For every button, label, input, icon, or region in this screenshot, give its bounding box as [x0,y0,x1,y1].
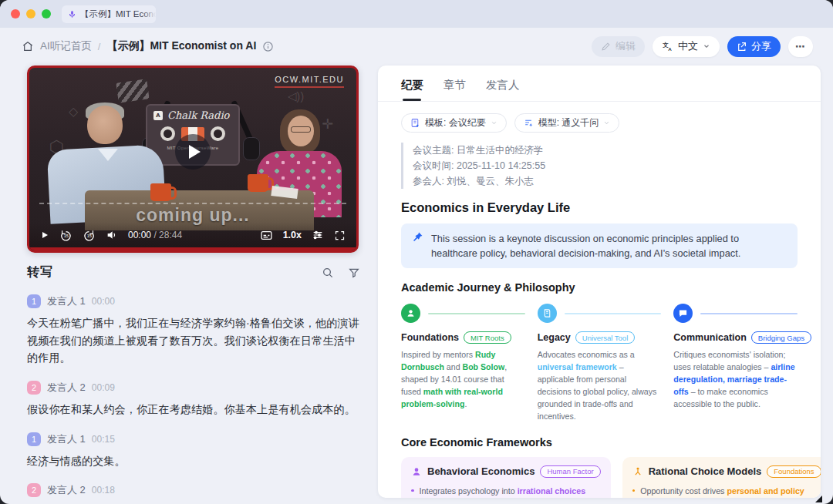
filter-icon[interactable] [348,267,360,279]
microphone-icon [68,10,76,18]
journey-item-badge: MIT Roots [464,331,511,344]
summary-callout: This session is a keynote discussion on … [401,223,798,268]
more-icon: ⋯ [795,41,806,52]
model-selector[interactable]: 模型: 通义千问 [514,113,620,133]
transcript-title: 转写 [27,264,53,281]
language-selector[interactable]: 文A 中文 [653,36,720,57]
transcript-section: 转写 1 发言人 1 00:00 今天在粉笔广播中，我们正在与经济学家约翰·格鲁… [27,264,360,504]
info-icon[interactable] [262,41,274,52]
titlebar: 【示例】MIT Econo [0,0,833,28]
summary-panel: 纪要 章节 发言人 模板: 会议纪要 模型: 通义千问 [378,66,821,498]
edit-button-label: 编辑 [615,39,636,53]
transcript-entry[interactable]: 2 发言人 2 00:09 假设你在和某人约会，你正在考虑结婚。你基本上是有机会… [27,381,360,418]
entry-timestamp: 00:09 [92,382,115,393]
chat-bubble-icon [673,304,693,323]
svg-text:15: 15 [87,234,92,238]
card-title: Rational Choice Models [649,465,762,477]
speaker-name: 发言人 1 [47,432,86,446]
bullet-text: Opportunity cost drives personal and pol… [640,485,821,498]
card-badge: Human Factor [540,465,600,478]
play-overlay-button[interactable] [175,134,211,170]
meeting-topic: 会议主题: 日常生活中的经济学 [413,143,798,158]
timeline-line [428,313,525,314]
share-button-label: 分享 [751,39,771,53]
volume-button[interactable] [106,229,118,241]
entry-timestamp: 00:00 [92,296,115,307]
more-button[interactable]: ⋯ [788,36,813,57]
share-icon [737,42,747,52]
transcript-entry[interactable]: 1 发言人 1 00:15 经济与情感的交集。 [27,432,360,470]
time-display: 00:00 / 28:44 [128,230,182,240]
speaker-doodle: ◁)) [288,89,305,103]
mug [248,174,268,192]
share-button[interactable]: 分享 [727,36,781,57]
meeting-attendees: 参会人: 刘悦、曼云、朱小志 [413,173,798,189]
journey-item: Legacy Universal Tool Advocates economic… [538,304,662,422]
journey-item-badge: Universal Tool [575,331,636,344]
journey-item-title: Communication [673,332,746,343]
resize-cursor [815,496,822,502]
transcript-entry[interactable]: 2 发言人 2 00:18 就像我说的，经济学的标准模型是没有情感的空间。哦. [27,483,360,504]
bullet-text: Integrates psychology into irrational ch… [420,485,586,497]
speaker-name: 发言人 2 [47,483,86,497]
time-total: 28:44 [159,230,182,240]
language-label: 中文 [678,39,698,53]
journey-item-body: Inspired by mentors Rudy Dornbusch and B… [401,349,525,410]
page-title: 【示例】MIT Economist on AI [106,39,256,53]
timeline-line [700,313,798,314]
tab-speakers[interactable]: 发言人 [486,78,520,101]
panel-tabs: 纪要 章节 发言人 [401,78,798,101]
journey-timeline: Foundations MIT Roots Inspired by mentor… [401,304,798,422]
pencil-icon [601,42,611,52]
entry-text: 假设你在和某人约会，你正在考虑结婚。你基本上是有机会成本的。 [27,401,360,418]
play-button[interactable] [40,230,49,240]
play-icon [189,145,201,159]
svg-text:15: 15 [64,234,69,238]
fullscreen-button[interactable] [334,230,346,241]
video-brand-text: OCW.MIT.EDU [275,75,344,88]
chevron-down-icon [603,119,610,126]
template-icon [410,118,420,128]
settings-sliders-button[interactable] [312,229,324,241]
book-icon [538,304,557,323]
zoom-window-button[interactable] [42,9,51,18]
chalk-dashed-line [39,203,347,204]
template-selector[interactable]: 模板: 会议纪要 [401,113,507,133]
pushpin-icon [412,231,423,260]
speaker-name: 发言人 2 [47,381,86,395]
model-selector-label: 模型: 通义千问 [538,116,599,129]
edit-button[interactable]: 编辑 [592,36,645,57]
framework-card-rational: Rational Choice Models Foundations Oppor… [622,457,821,498]
section-heading-journey: Academic Journey & Philosophy [401,281,798,294]
cassette-reel [211,126,225,141]
tab-chapters[interactable]: 章节 [443,78,466,101]
journey-item-title: Foundations [401,332,459,343]
captions-button[interactable] [260,229,273,242]
time-current: 00:00 [128,230,151,240]
search-icon[interactable] [322,267,334,279]
playback-speed-button[interactable]: 1.0x [283,230,302,240]
translate-icon: 文A [662,41,673,52]
video-player[interactable]: OCW.MIT.EDU ⬡ ◇ ✛ ∿ ◁)) A Chalk Radio MI… [27,66,359,253]
cassette-title: Chalk Radio [167,109,229,121]
branch-person-icon [632,466,643,477]
forward-15-button[interactable]: 15 [83,229,96,242]
mug [150,183,171,201]
minimize-window-button[interactable] [26,9,35,18]
speaker-badge: 1 [27,294,41,308]
speaker-badge: 2 [27,483,41,497]
home-icon[interactable] [22,40,34,52]
entry-timestamp: 00:18 [92,485,115,496]
transcript-entry[interactable]: 1 发言人 1 00:00 今天在粉笔广播中，我们正在与经济学家约翰·格鲁伯交谈… [27,294,360,367]
chevron-down-icon [491,119,497,126]
breadcrumb-home-label[interactable]: AI听记首页 [40,39,92,53]
close-window-button[interactable] [11,9,20,18]
tab-minutes[interactable]: 纪要 [401,78,423,101]
rewind-15-button[interactable]: 15 [59,229,73,242]
browser-tab[interactable]: 【示例】MIT Econo [62,5,156,23]
breadcrumb: AI听记首页 / 【示例】MIT Economist on AI [22,39,274,53]
breadcrumb-separator: / [98,41,101,52]
page-header: AI听记首页 / 【示例】MIT Economist on AI 编辑 文A 中… [0,28,833,65]
card-badge: Foundations [767,465,821,478]
journey-item-body: Critiques economists' isolation; uses re… [673,349,798,410]
